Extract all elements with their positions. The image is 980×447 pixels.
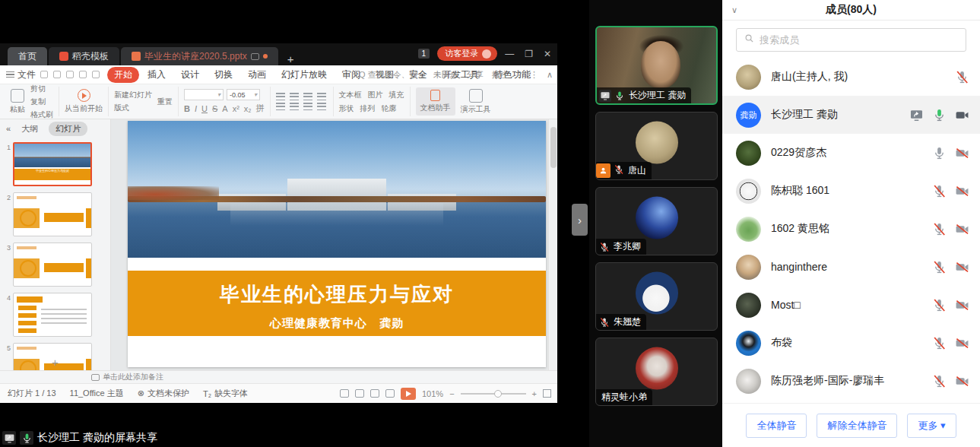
canvas-scrollbar[interactable] — [548, 119, 557, 370]
member-row[interactable]: 0229贺彦杰 — [722, 134, 980, 172]
mic-icon[interactable] — [932, 146, 947, 160]
slide-thumbnail[interactable]: 2 — [3, 192, 106, 236]
tab-home[interactable]: 首页 — [8, 47, 47, 65]
screen-share-icon[interactable] — [909, 108, 924, 122]
mic-on-icon[interactable] — [932, 108, 947, 122]
member-search-box[interactable] — [736, 28, 966, 52]
screen-share-icon[interactable] — [599, 90, 611, 102]
scrollbar-thumb[interactable] — [550, 127, 557, 168]
quick-access-toolbar[interactable] — [40, 71, 100, 78]
slides-tab[interactable]: 幻灯片 — [49, 122, 87, 136]
slide-canvas[interactable]: 毕业生的心理压力与应对 心理健康教育中心 龚勋 — [111, 119, 557, 370]
member-row[interactable]: 唐山(主持人, 我) — [722, 58, 980, 96]
print-icon[interactable] — [53, 71, 61, 78]
menu-tab-设计[interactable]: 设计 — [174, 67, 206, 83]
collapse-ribbon-button[interactable]: ∧ — [547, 70, 553, 80]
slide-thumbnail-card[interactable] — [13, 243, 92, 287]
camera-off-icon[interactable] — [955, 184, 969, 198]
camera-off-icon[interactable] — [955, 336, 969, 350]
normal-view-button[interactable] — [340, 389, 349, 398]
mic-muted-icon[interactable] — [598, 316, 611, 328]
pinyin-button[interactable]: 拼 — [256, 103, 265, 114]
reading-view-button[interactable] — [370, 389, 379, 398]
strikethrough-button[interactable]: S — [212, 104, 217, 113]
mic-muted-icon[interactable] — [932, 336, 947, 350]
theme-name[interactable]: 11_Office 主题 — [70, 388, 124, 399]
align-left-button[interactable] — [276, 103, 285, 110]
italic-button[interactable]: I — [195, 104, 197, 113]
slide[interactable]: 毕业生的心理压力与应对 心理健康教育中心 龚勋 — [128, 121, 546, 367]
more-button[interactable]: 更多 ▾ — [907, 414, 956, 438]
minimize-button[interactable]: — — [505, 49, 515, 59]
tab-document[interactable]: 毕业生的讲座2020.5.pptx — [121, 47, 278, 65]
preview-icon[interactable] — [66, 71, 74, 78]
add-slide-button[interactable]: + — [0, 356, 110, 369]
slide-sorter-button[interactable] — [355, 389, 364, 398]
indent-decrease-button[interactable] — [303, 93, 312, 100]
picture-button[interactable]: 图片 — [368, 90, 383, 100]
zoom-out-button[interactable]: − — [449, 389, 454, 398]
mic-muted-icon[interactable] — [932, 374, 947, 388]
mute-all-button[interactable]: 全体静音 — [746, 414, 807, 438]
slide-thumbnail[interactable]: 3 — [3, 243, 106, 287]
mic-muted-icon[interactable] — [932, 298, 947, 312]
member-row[interactable]: 1602 黄思铭 — [722, 210, 980, 248]
menu-tab-动画[interactable]: 动画 — [241, 67, 273, 83]
number-list-button[interactable] — [290, 93, 299, 100]
comment-button[interactable]: 批注 — [492, 69, 509, 81]
bullet-list-button[interactable] — [276, 93, 285, 100]
mic-muted-icon[interactable] — [613, 163, 625, 176]
arrange-button[interactable]: 排列 — [360, 103, 376, 114]
share-button[interactable]: 分享 — [467, 69, 484, 81]
mic-muted-icon[interactable] — [955, 70, 969, 84]
play-from-current-button[interactable]: 从当前开始 — [65, 89, 103, 114]
layout-button[interactable]: 版式 — [114, 103, 152, 113]
mic-muted-icon[interactable] — [932, 222, 947, 236]
justify-button[interactable] — [317, 103, 326, 110]
close-button[interactable]: ✕ — [544, 49, 553, 59]
fit-slide-button[interactable] — [543, 389, 551, 398]
video-tile[interactable]: 唐山 — [595, 112, 718, 180]
notes-view-button[interactable] — [385, 389, 395, 398]
save-icon[interactable] — [40, 71, 48, 78]
slideshow-button[interactable] — [401, 388, 416, 400]
font-name-combo[interactable]: ▾ — [184, 89, 224, 100]
outline-tab[interactable]: 大纲 — [21, 123, 38, 135]
member-row[interactable]: 布袋 — [722, 324, 980, 362]
protect-status[interactable]: ⊗文档未保护 — [138, 388, 189, 399]
camera-off-icon[interactable] — [955, 374, 969, 388]
video-tile[interactable]: 朱翘楚 — [595, 262, 718, 331]
help-button[interactable]: ? — [517, 70, 522, 79]
member-row[interactable]: 陈枳聪 1601 — [722, 172, 980, 210]
superscript-button[interactable]: x² — [233, 104, 239, 113]
reset-button[interactable]: 重置 — [157, 97, 173, 107]
search-command[interactable]: Q 查找命令、搜... — [359, 69, 425, 81]
host-badge-icon[interactable] — [596, 163, 611, 178]
redo-icon[interactable] — [92, 71, 100, 78]
present-tools-button[interactable]: 演示工具 — [461, 89, 491, 115]
subscript-button[interactable]: x₂ — [244, 104, 252, 113]
slide-thumbnail-card[interactable] — [13, 293, 92, 337]
menu-tab-切换[interactable]: 切换 — [208, 67, 239, 83]
zoom-slider-knob[interactable] — [494, 390, 502, 398]
member-row[interactable]: 龚勋 长沙理工 龚勋 — [722, 96, 980, 134]
camera-off-icon[interactable] — [955, 146, 969, 160]
panel-expand-handle[interactable]: › — [572, 204, 588, 236]
camera-on-icon[interactable] — [955, 108, 969, 122]
video-tile[interactable]: 李兆卿 — [595, 187, 718, 255]
more-menu-button[interactable]: ⋮ — [530, 70, 538, 80]
collapse-panel-button[interactable]: « — [6, 124, 11, 133]
tab-docer[interactable]: 稻壳模板 — [49, 47, 119, 65]
font-color-button[interactable]: A — [222, 104, 227, 113]
mic-muted-icon[interactable] — [598, 241, 611, 253]
mic-muted-icon[interactable] — [932, 184, 947, 198]
doc-assistant-button[interactable]: 文档助手 — [416, 87, 455, 116]
camera-off-icon[interactable] — [955, 298, 969, 312]
menu-tab-插入[interactable]: 插入 — [141, 67, 173, 83]
restore-button[interactable]: ❐ — [525, 49, 534, 59]
outline-button[interactable]: 轮廓 — [382, 103, 397, 114]
new-slide-button[interactable]: 新建幻灯片 — [114, 90, 152, 100]
undo-icon[interactable] — [79, 71, 87, 78]
member-row[interactable]: 陈历强老师-国际-廖瑞丰 — [722, 362, 980, 400]
video-tile[interactable]: 长沙理工 龚勋 — [595, 26, 718, 105]
